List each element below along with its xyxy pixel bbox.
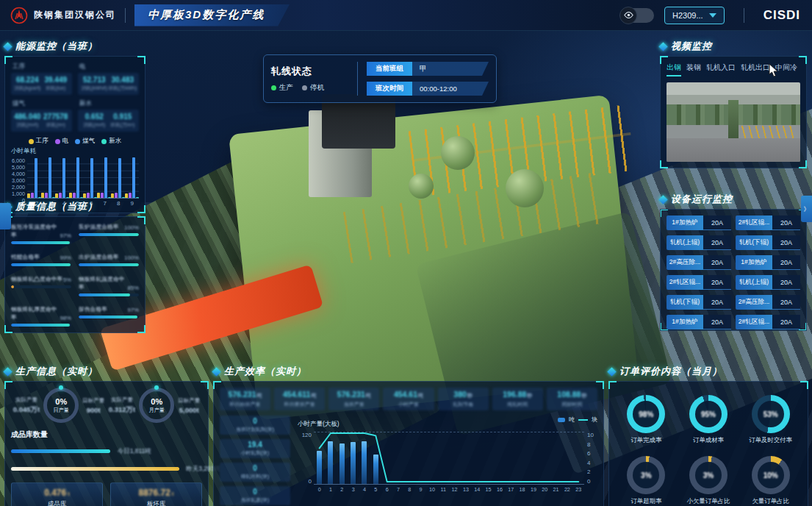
energy-bar-group <box>83 157 97 198</box>
panel-energy-monitor: 能源监控（当班） 工序 68.224消耗(kgce/t) 39.449班耗(tc… <box>4 40 145 213</box>
line-status-divider <box>357 62 358 96</box>
tab-charging[interactable]: 装钢 <box>686 63 701 76</box>
equipment-row: 轧机(上辊)20A <box>736 275 800 290</box>
panel-video-monitor: 视频监控 出钢 装钢 轧机入口 轧机出口 中间冷 电加热 <box>660 40 807 168</box>
hourly-bar <box>472 432 483 484</box>
equipment-current-value: 20A <box>772 295 800 310</box>
equipment-label-badge[interactable]: 轧机(下辊) <box>667 295 703 310</box>
quality-item: 钢板终轧厚度命中率98% <box>11 305 71 327</box>
video-frame[interactable] <box>667 82 800 162</box>
slab-stock-card: 8876.72t 板坯库 <box>110 482 202 506</box>
efficiency-side-cards: 0当班计划轧制(块) 19.4小时轧制(块) 0待轧坯料(块) 0当班轧废(块) <box>220 416 290 505</box>
quality-item: 板坯冷装温度命中率97% <box>11 223 71 244</box>
company-logo-icon <box>10 7 28 24</box>
energy-bar-group <box>69 157 83 198</box>
equipment-label-badge[interactable]: 2#高压除... <box>736 295 772 310</box>
hourly-bar <box>449 432 460 484</box>
energy-bar-group <box>27 157 41 198</box>
heat-number-value: H2309... <box>672 11 703 20</box>
equipment-label-badge[interactable]: 2#轧区辊... <box>667 275 703 290</box>
green-cylinder-3 <box>409 174 434 199</box>
quality-item: 钢板终轧温度命中率85% <box>79 275 139 296</box>
diamond-icon <box>607 367 617 377</box>
energy-bar-group <box>41 157 55 198</box>
line-status-legend: 生产 停机 <box>271 83 348 93</box>
video-panel-title: 视频监控 <box>660 40 807 53</box>
hourly-bar <box>506 432 517 484</box>
hourly-bar <box>494 432 505 484</box>
equipment-label-badge[interactable]: 轧机(上辊) <box>736 275 772 290</box>
stat-card: 454.611吨昨日夜班产量 <box>274 388 325 410</box>
equipment-label-badge[interactable]: 2#轧区辊... <box>736 215 772 230</box>
hourly-bar <box>337 432 348 484</box>
equipment-row: 2#高压除...20A <box>667 255 731 270</box>
daily-output-gauge: 实际产量0.045万t 0%日产量 目标产量900t <box>11 388 107 423</box>
hourly-bar <box>528 432 539 484</box>
equipment-label-badge[interactable]: 2#高压除... <box>667 255 703 270</box>
equipment-row: 2#高压除...20A <box>736 295 800 310</box>
equipment-row: 1#加热炉20A <box>667 315 731 329</box>
side-card: 0待轧坯料(块) <box>220 463 290 482</box>
video-floor <box>667 138 800 162</box>
energy-hourly-chart: 6,0005,0004,0003,0002,0001,0000 <box>11 157 139 199</box>
energy-bar-group <box>55 157 69 198</box>
hourly-bar <box>573 432 584 484</box>
hourly-bar <box>314 432 325 484</box>
tab-mill-entry[interactable]: 轧机入口 <box>706 63 736 76</box>
equipment-row: 轧机(下辊)20A <box>736 235 800 250</box>
gauge-shortage-ratio: 10% 欠量订单占比 <box>752 456 790 505</box>
monthly-output-gauge: 实际产量0.312万t 0%月产量 目标产量5,000t <box>107 388 202 423</box>
quality-item: 钢板终轧凸度命中率5% <box>11 275 71 296</box>
quality-item: 性能合格率99% <box>11 253 71 266</box>
efficiency-stat-cards: 576.231吨昨日白班产量 454.611吨昨日夜班产量 576.231吨当班… <box>220 388 597 410</box>
tab-intermediate-cooling[interactable]: 中间冷 <box>775 63 797 76</box>
quality-panel-collapse-tab[interactable] <box>0 203 11 229</box>
eye-icon <box>624 10 633 20</box>
side-card: 0当班轧废(块) <box>220 486 290 505</box>
energy-chart-legend: 工序 电 煤气 新水 <box>11 137 139 146</box>
energy-panel-title: 能源监控（当班） <box>4 40 145 53</box>
bar-legend-icon <box>558 418 565 422</box>
hourly-bar <box>359 432 370 484</box>
gauge-on-time-delivery: 53% 订单及时交付率 <box>749 395 792 444</box>
equipment-current-value: 20A <box>772 215 800 230</box>
equipment-row: 1#加热炉20A <box>667 215 731 230</box>
hourly-chart-x-axis: 01234567891011121314151617181920212223 <box>314 486 584 493</box>
equipment-label-badge[interactable]: 1#加热炉 <box>736 255 772 270</box>
efficiency-panel-title: 生产效率（实时） <box>213 365 604 378</box>
energy-chart-plot <box>27 157 139 199</box>
hourly-chart-plot <box>314 432 584 485</box>
equipment-label-badge[interactable]: 1#加热炉 <box>667 315 703 329</box>
monthly-output-donut: 0%月产量 <box>139 388 174 423</box>
tab-tapping[interactable]: 出钢 <box>667 63 681 76</box>
green-cylinder-2 <box>506 169 544 207</box>
line-status-title: 轧线状态 <box>271 65 348 78</box>
quality-item: 出炉温度合格率100% <box>79 253 139 266</box>
panel-line-status: 轧线状态 生产 停机 当前班组 甲 班次时间 00:00-12:00 <box>263 54 497 103</box>
dashboard-root: 陕钢集团汉钢公司 中厚板3D数字化产线 H2309... CISDI <box>0 0 812 506</box>
equipment-row: 2#轧区辊...20A <box>736 315 800 329</box>
video-camera-tabs: 出钢 装钢 轧机入口 轧机出口 中间冷 电加热 <box>667 63 800 79</box>
visibility-toggle[interactable] <box>620 8 654 23</box>
hourly-bar <box>483 432 494 484</box>
equipment-label-badge[interactable]: 2#轧区辊... <box>736 315 772 329</box>
line-legend-icon <box>578 419 588 421</box>
equipment-panel-collapse-tab[interactable]: 》 <box>801 196 812 222</box>
equipment-current-value: 20A <box>703 255 731 270</box>
hourly-bar <box>550 432 561 484</box>
equipment-label-badge[interactable]: 轧机(下辊) <box>736 235 772 250</box>
tab-mill-exit[interactable]: 轧机出口 <box>741 63 770 76</box>
equipment-label-badge[interactable]: 1#加热炉 <box>667 215 703 230</box>
gauge-order-completion: 98% 订单完成率 <box>627 395 665 444</box>
heat-number-dropdown[interactable]: H2309... <box>664 7 725 24</box>
orders-panel-title: 订单评价内容（当月） <box>608 365 808 378</box>
panel-quality-info: 质量信息（当班） 板坯冷装温度命中率97% 装炉温度合格率100% 性能合格率9… <box>4 200 145 333</box>
header-divider <box>125 8 126 23</box>
equipment-row: 2#轧区辊...20A <box>667 275 731 290</box>
page-title: 中厚板3D数字化产线 <box>134 4 290 26</box>
inventory-bar-yesterday: 昨天3,293吨 <box>11 462 202 475</box>
inventory-section-title: 成品库数量 <box>11 430 202 440</box>
equipment-current-value: 20A <box>772 235 800 250</box>
equipment-label-badge[interactable]: 轧机(上辊) <box>667 235 703 250</box>
header-bar: 陕钢集团汉钢公司 中厚板3D数字化产线 H2309... CISDI <box>0 0 812 31</box>
